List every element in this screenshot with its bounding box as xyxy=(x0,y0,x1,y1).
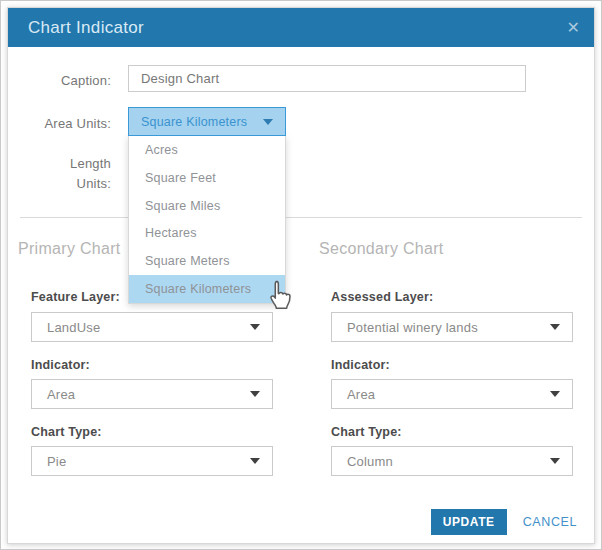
feature-layer-label: Feature Layer: xyxy=(31,290,120,304)
assessed-layer-select[interactable]: Potential winery lands xyxy=(331,312,573,342)
chevron-down-icon xyxy=(263,119,273,125)
primary-chart-type-value: Pie xyxy=(32,454,250,469)
update-button[interactable]: UPDATE xyxy=(431,509,507,535)
primary-chart-type-select[interactable]: Pie xyxy=(31,446,273,476)
chevron-down-icon xyxy=(550,458,560,464)
chart-indicator-dialog: Chart Indicator ✕ Caption: Area Units: L… xyxy=(7,7,595,544)
menu-item-square-feet[interactable]: Square Feet xyxy=(129,164,285,192)
menu-item-square-meters[interactable]: Square Meters xyxy=(129,247,285,275)
menu-item-square-kilometers[interactable]: Square Kilometers xyxy=(129,275,285,303)
secondary-indicator-select[interactable]: Area xyxy=(331,379,573,409)
chevron-down-icon xyxy=(550,391,560,397)
secondary-chart-type-value: Column xyxy=(332,454,550,469)
dialog-title: Chart Indicator xyxy=(8,18,144,38)
area-units-value: Square Kilometers xyxy=(129,115,263,129)
secondary-chart-heading: Secondary Chart xyxy=(319,240,444,258)
length-units-label: Length Units: xyxy=(51,154,111,194)
menu-item-hectares[interactable]: Hectares xyxy=(129,219,285,247)
secondary-indicator-label: Indicator: xyxy=(331,358,390,372)
feature-layer-value: LandUse xyxy=(32,320,250,335)
area-units-label: Area Units: xyxy=(8,114,111,133)
cancel-button[interactable]: CANCEL xyxy=(523,515,577,529)
dialog-footer: UPDATE CANCEL xyxy=(431,509,577,535)
assessed-layer-value: Potential winery lands xyxy=(332,320,550,335)
primary-chart-type-label: Chart Type: xyxy=(31,425,102,439)
close-icon[interactable]: ✕ xyxy=(567,20,580,36)
chevron-down-icon xyxy=(250,391,260,397)
primary-indicator-label: Indicator: xyxy=(31,358,90,372)
secondary-chart-type-label: Chart Type: xyxy=(331,425,402,439)
chevron-down-icon xyxy=(550,324,560,330)
area-units-select[interactable]: Square Kilometers xyxy=(128,107,286,136)
section-divider xyxy=(20,217,582,218)
caption-input[interactable] xyxy=(128,65,526,92)
chevron-down-icon xyxy=(250,324,260,330)
primary-indicator-value: Area xyxy=(32,387,250,402)
primary-chart-heading: Primary Chart xyxy=(18,240,121,258)
menu-item-square-miles[interactable]: Square Miles xyxy=(129,192,285,220)
menu-item-acres[interactable]: Acres xyxy=(129,136,285,164)
caption-label: Caption: xyxy=(8,71,111,90)
screenshot-frame: Chart Indicator ✕ Caption: Area Units: L… xyxy=(0,0,602,550)
chevron-down-icon xyxy=(250,458,260,464)
secondary-indicator-value: Area xyxy=(332,387,550,402)
primary-indicator-select[interactable]: Area xyxy=(31,379,273,409)
secondary-chart-type-select[interactable]: Column xyxy=(331,446,573,476)
dialog-header: Chart Indicator ✕ xyxy=(8,8,594,47)
area-units-dropdown-menu: Acres Square Feet Square Miles Hectares … xyxy=(128,136,286,304)
feature-layer-select[interactable]: LandUse xyxy=(31,312,273,342)
assessed-layer-label: Assessed Layer: xyxy=(331,290,433,304)
